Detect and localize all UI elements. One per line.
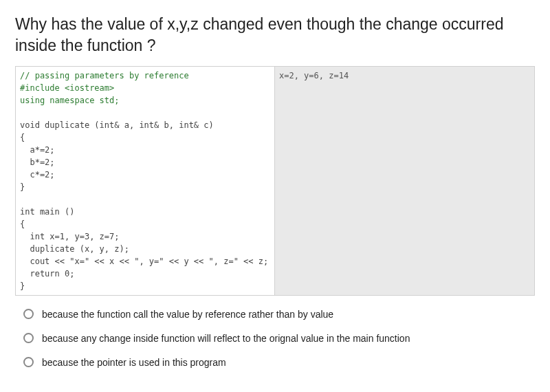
- question-title: Why has the value of x,y,z changed even …: [15, 14, 535, 56]
- answer-text: because any change inside function will …: [42, 332, 535, 345]
- answer-option[interactable]: because the pointer is used in this prog…: [23, 356, 535, 369]
- answer-text: because the function call the value by r…: [42, 308, 535, 321]
- radio-icon[interactable]: [23, 309, 34, 319]
- answers-group: because the function call the value by r…: [15, 308, 535, 369]
- code-output: x=2, y=6, z=14: [275, 67, 534, 295]
- radio-icon[interactable]: [23, 357, 34, 367]
- code-source: // passing parameters by reference #incl…: [16, 67, 275, 295]
- code-area: // passing parameters by reference #incl…: [15, 66, 535, 296]
- answer-text: because the pointer is used in this prog…: [42, 356, 535, 369]
- radio-icon[interactable]: [23, 333, 34, 343]
- answer-option[interactable]: because the function call the value by r…: [23, 308, 535, 321]
- answer-option[interactable]: because any change inside function will …: [23, 332, 535, 345]
